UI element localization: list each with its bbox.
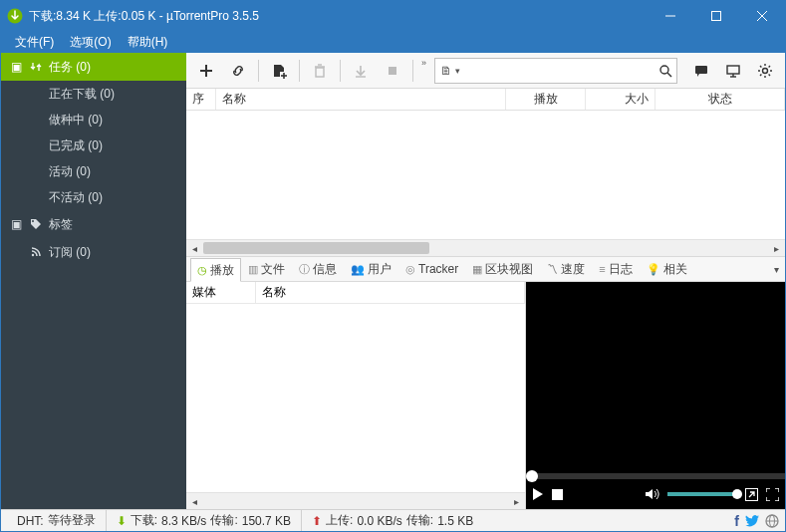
tab-tracker[interactable]: ◎Tracker <box>398 257 465 281</box>
sidebar-group-tasks[interactable]: ▣ 任务 (0) <box>1 53 186 81</box>
detail-col-media[interactable]: 媒体 <box>186 282 256 303</box>
tab-related[interactable]: 💡相关 <box>640 257 694 281</box>
sidebar-item-completed[interactable]: 已完成 (0) <box>1 133 186 158</box>
stop-button[interactable] <box>379 57 406 85</box>
scroll-left-icon[interactable]: ◂ <box>186 243 203 254</box>
statusbar: DHT: 等待登录 ⬇ 下载: 8.3 KB/s 传输: 150.7 KB ⬆ … <box>1 509 785 531</box>
torrent-list-hscroll[interactable]: ◂ ▸ <box>186 239 785 256</box>
detail-col-name[interactable]: 名称 <box>256 282 525 303</box>
delete-button[interactable] <box>306 57 334 85</box>
col-index[interactable]: 序 <box>186 89 216 110</box>
status-dht[interactable]: DHT: 等待登录 <box>7 510 106 531</box>
search-input[interactable] <box>464 60 658 82</box>
sidebar: ▣ 任务 (0) 正在下载 (0) 做种中 (0) 已完成 (0) 活动 (0)… <box>1 53 186 509</box>
svg-rect-25 <box>552 489 563 500</box>
toolbar-overflow-icon[interactable]: » <box>419 58 428 68</box>
chat-button[interactable] <box>687 57 715 85</box>
sidebar-group-feeds[interactable]: 订阅 (0) <box>1 238 186 266</box>
titlebar[interactable]: 下载:8.34 K 上传:0.05 K - µTorrentPro 3.5.5 <box>1 1 785 31</box>
menu-options[interactable]: 选项(O) <box>62 32 119 53</box>
menubar: 文件(F) 选项(O) 帮助(H) <box>1 31 785 53</box>
status-dht-label: DHT: <box>17 514 44 528</box>
seek-bar[interactable] <box>526 473 785 479</box>
svg-rect-20 <box>695 66 707 74</box>
scroll-track[interactable] <box>203 493 508 509</box>
status-download[interactable]: ⬇ 下载: 8.3 KB/s 传输: 150.7 KB <box>106 510 301 531</box>
tabs-dropdown-icon[interactable]: ▾ <box>774 264 779 275</box>
bulb-icon: 💡 <box>647 263 660 276</box>
video-area[interactable] <box>526 282 785 473</box>
search-box[interactable]: 🗎 ▾ <box>434 58 677 84</box>
col-status[interactable]: 状态 <box>655 89 785 110</box>
sidebar-item-active[interactable]: 活动 (0) <box>1 158 186 184</box>
tab-play[interactable]: ◷播放 <box>190 258 241 282</box>
popout-button[interactable] <box>745 488 758 501</box>
toolbar-separator <box>258 60 259 82</box>
minimize-button[interactable] <box>648 1 693 31</box>
video-panel <box>526 282 785 509</box>
col-play[interactable]: 播放 <box>506 89 586 110</box>
detail-body[interactable] <box>186 304 525 492</box>
toolbar-separator <box>299 60 300 82</box>
tab-info[interactable]: ⓘ信息 <box>292 257 344 281</box>
volume-icon[interactable] <box>646 488 659 500</box>
torrent-list-header: 序 名称 播放 大小 状态 <box>186 89 785 111</box>
scroll-right-icon[interactable]: ▸ <box>508 496 525 507</box>
maximize-button[interactable] <box>693 1 739 31</box>
svg-point-18 <box>660 66 668 74</box>
settings-button[interactable] <box>751 57 779 85</box>
player-controls <box>526 479 785 509</box>
scroll-left-icon[interactable]: ◂ <box>186 496 203 507</box>
create-torrent-button[interactable] <box>265 57 293 85</box>
detail-hscroll[interactable]: ◂ ▸ <box>186 492 525 509</box>
scroll-track[interactable] <box>203 240 768 256</box>
tab-files[interactable]: ▥文件 <box>241 257 292 281</box>
svg-rect-21 <box>727 66 739 74</box>
col-size[interactable]: 大小 <box>586 89 655 110</box>
scroll-right-icon[interactable]: ▸ <box>768 243 785 254</box>
add-url-button[interactable] <box>224 57 252 85</box>
expand-icon: ▣ <box>9 217 23 231</box>
menu-help[interactable]: 帮助(H) <box>120 32 176 53</box>
facebook-icon[interactable]: f <box>734 513 739 529</box>
chart-icon: 〽 <box>547 263 558 275</box>
volume-slider[interactable] <box>667 492 737 496</box>
status-upload[interactable]: ⬆ 上传: 0.0 KB/s 传输: 1.5 KB <box>301 510 483 531</box>
expand-icon: ▣ <box>9 60 23 74</box>
dropdown-icon[interactable]: ▾ <box>455 66 460 76</box>
svg-point-5 <box>32 220 34 222</box>
torrent-list[interactable] <box>186 111 785 239</box>
scroll-thumb[interactable] <box>203 242 429 254</box>
svg-point-24 <box>763 68 768 73</box>
play-button[interactable] <box>532 488 544 500</box>
sidebar-tasks-label: 任务 (0) <box>49 59 91 76</box>
list-icon: ≡ <box>599 263 605 275</box>
volume-knob[interactable] <box>732 489 742 499</box>
tab-pieces[interactable]: ▦区块视图 <box>465 257 540 281</box>
folder-icon: ▥ <box>248 263 258 276</box>
sidebar-group-tags[interactable]: ▣ 标签 <box>1 210 186 238</box>
add-torrent-button[interactable] <box>192 57 220 85</box>
tab-peers[interactable]: 👥用户 <box>344 257 398 281</box>
search-icon[interactable] <box>658 64 672 78</box>
toolbar-separator <box>412 60 413 82</box>
sidebar-item-inactive[interactable]: 不活动 (0) <box>1 184 186 210</box>
tab-speed[interactable]: 〽速度 <box>540 257 592 281</box>
close-button[interactable] <box>739 1 785 31</box>
stop-button[interactable] <box>552 489 563 500</box>
remote-button[interactable] <box>719 57 747 85</box>
menu-file[interactable]: 文件(F) <box>7 32 62 53</box>
svg-rect-17 <box>389 67 396 75</box>
twitter-icon[interactable] <box>745 515 759 527</box>
clock-icon: ◷ <box>197 264 207 277</box>
sidebar-item-downloading[interactable]: 正在下载 (0) <box>1 81 186 107</box>
col-name[interactable]: 名称 <box>216 89 506 110</box>
tab-log[interactable]: ≡日志 <box>592 257 639 281</box>
seek-knob[interactable] <box>526 470 538 482</box>
network-status-icon[interactable] <box>765 514 779 528</box>
rss-icon <box>29 245 43 259</box>
start-button[interactable] <box>347 57 375 85</box>
sidebar-item-seeding[interactable]: 做种中 (0) <box>1 107 186 133</box>
fullscreen-button[interactable] <box>766 488 779 501</box>
main-area: » 🗎 ▾ 序 名称 播放 大小 状态 <box>186 53 785 509</box>
